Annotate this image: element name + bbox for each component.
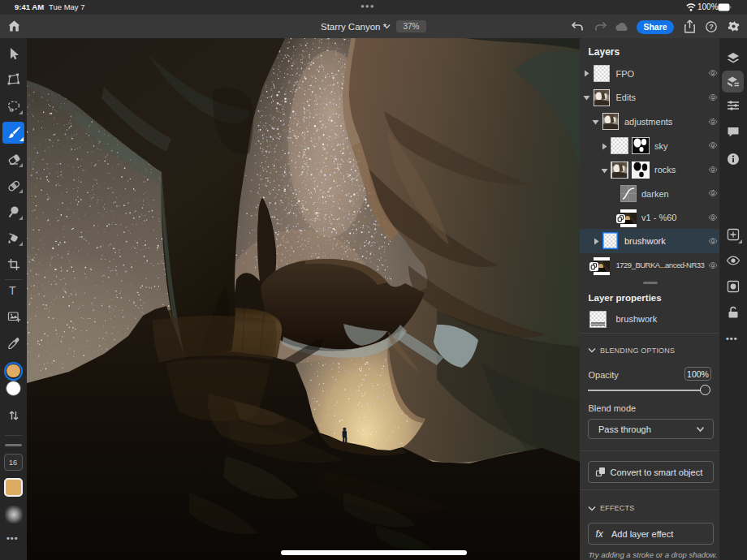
svg-text:?: ? [709, 23, 714, 31]
